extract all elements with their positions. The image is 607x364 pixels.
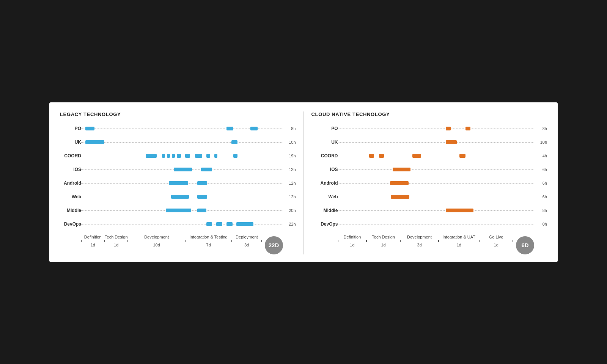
phase-label: Go Live — [489, 235, 503, 239]
gantt-row: DevOps0h — [311, 217, 547, 231]
phase-days: 10d — [153, 243, 160, 247]
phase-label: Tech Design — [105, 235, 128, 239]
row-hours: 12h — [285, 195, 296, 199]
gantt-bar — [172, 154, 175, 158]
row-label: Middle — [311, 208, 338, 213]
total-circle: 22D — [265, 236, 283, 254]
dotted-line — [338, 156, 535, 156]
phase-bracket — [338, 240, 367, 242]
phase-block: Development3d — [400, 235, 439, 247]
gantt-bar — [233, 154, 237, 158]
legacy-title: LEGACY TECHNOLOGY — [60, 111, 296, 117]
dotted-line — [338, 183, 535, 184]
row-label: COORD — [60, 153, 81, 158]
gantt-row: DevOps22h — [60, 217, 296, 231]
phases-container: Definition1dTech Design1dDevelopment10dI… — [81, 235, 262, 247]
phase-bracket — [439, 240, 479, 242]
phase-bracket — [81, 240, 105, 242]
row-track — [81, 163, 283, 176]
gantt-row: Middle8h — [311, 204, 547, 217]
gantt-bar — [85, 127, 94, 130]
phase-bracket — [185, 240, 232, 242]
phase-bracket — [479, 240, 513, 242]
total-circle: 6D — [516, 236, 534, 254]
gantt-bar — [446, 127, 451, 130]
row-label: Middle — [60, 208, 81, 213]
phase-block: Integration & UAT1d — [439, 235, 479, 247]
phases-container: Definition1dTech Design1dDevelopment3dIn… — [338, 235, 513, 247]
gantt-bar — [446, 209, 473, 212]
row-track — [338, 176, 535, 190]
gantt-bar — [162, 154, 165, 158]
dotted-line — [338, 142, 535, 143]
phase-days: 1d — [350, 243, 354, 247]
phase-days: 3d — [417, 243, 421, 247]
gantt-bar — [206, 222, 212, 226]
phase-block: Go Live1d — [479, 235, 513, 247]
row-hours: 20h — [285, 208, 296, 213]
row-track — [338, 163, 535, 176]
row-hours: 6h — [536, 181, 547, 185]
dotted-line — [81, 156, 283, 156]
row-label: Web — [311, 194, 338, 199]
phase-days: 1d — [91, 243, 95, 247]
phase-label: Definition — [344, 235, 361, 239]
gantt-bar — [197, 181, 208, 185]
gantt-row: Android12h — [60, 176, 296, 190]
phase-bracket — [232, 240, 261, 242]
row-label: DevOps — [60, 221, 81, 227]
phase-days: 7d — [206, 243, 211, 247]
gantt-bar — [446, 140, 456, 144]
legacy-gantt: PO8hUK10hCOORD19hiOS12hAndroid12hWeb12hM… — [60, 122, 296, 231]
row-track — [338, 190, 535, 204]
phase-block: Definition1d — [81, 235, 105, 247]
row-hours: 19h — [285, 154, 296, 158]
gantt-row: PO8h — [311, 122, 547, 135]
row-track — [81, 122, 283, 135]
phase-block: Tech Design1d — [366, 235, 400, 247]
dotted-line — [338, 129, 535, 129]
phase-block: Tech Design1d — [105, 235, 128, 247]
phase-block: Definition1d — [338, 235, 367, 247]
gantt-bar — [226, 222, 233, 226]
gantt-bar — [174, 168, 192, 171]
phase-bracket — [105, 240, 128, 242]
row-label: UK — [311, 140, 338, 145]
dotted-line — [338, 210, 535, 211]
row-label: Android — [60, 180, 81, 186]
phase-days: 1d — [494, 243, 498, 247]
gantt-bar — [216, 222, 222, 226]
row-label: iOS — [311, 167, 338, 172]
cloud-title: CLOUD NATIVE TECHNOLOGY — [311, 111, 547, 117]
row-hours: 0h — [536, 222, 547, 226]
phase-label: Integration & Testing — [190, 235, 228, 239]
phase-label: Development — [144, 235, 169, 239]
gantt-bar — [197, 209, 206, 212]
gantt-bar — [206, 154, 211, 158]
gantt-bar — [379, 154, 384, 158]
gantt-bar — [185, 154, 190, 158]
phase-label: Definition — [84, 235, 102, 239]
gantt-bar — [412, 154, 421, 158]
gantt-bar — [391, 195, 409, 199]
phase-block: Integration & Testing7d — [185, 235, 232, 247]
chart-container: LEGACY TECHNOLOGY PO8hUK10hCOORD19hiOS12… — [49, 102, 558, 262]
row-label: DevOps — [311, 221, 338, 227]
phase-block: Deployment3d — [232, 235, 261, 247]
row-track — [81, 204, 283, 217]
gantt-bar — [393, 168, 410, 171]
gantt-row: Android6h — [311, 176, 547, 190]
phase-days: 1d — [381, 243, 385, 247]
gantt-bar — [167, 154, 170, 158]
row-label: PO — [311, 126, 338, 131]
row-hours: 12h — [285, 167, 296, 172]
row-hours: 10h — [536, 140, 547, 144]
phase-days: 3d — [244, 243, 249, 247]
gantt-bar — [214, 154, 217, 158]
gantt-bar — [195, 154, 202, 158]
row-hours: 10h — [285, 140, 296, 144]
gantt-row: Middle20h — [60, 204, 296, 217]
phase-label: Development — [407, 235, 432, 239]
gantt-bar — [169, 181, 188, 185]
row-hours: 6h — [536, 167, 547, 172]
